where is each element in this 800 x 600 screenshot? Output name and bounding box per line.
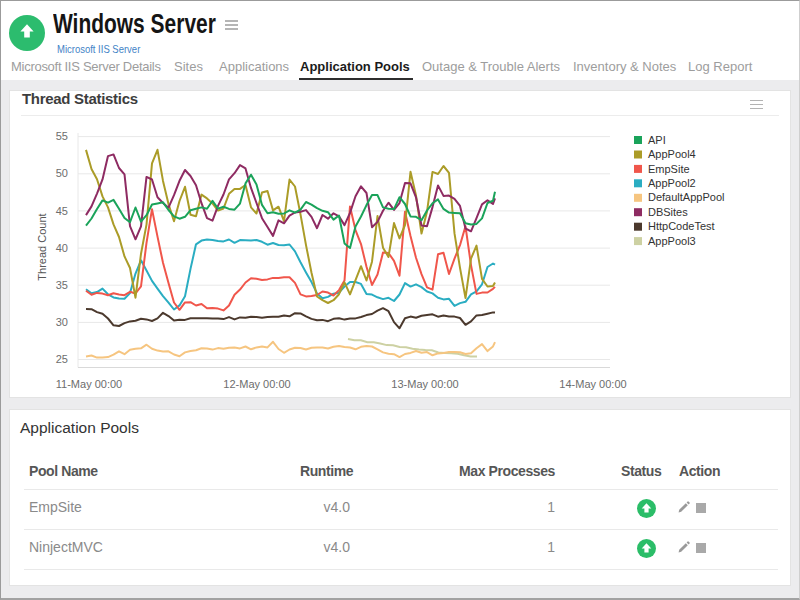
svg-text:14-May 00:00: 14-May 00:00: [559, 378, 626, 390]
svg-text:25: 25: [56, 353, 68, 365]
svg-text:Thread Count: Thread Count: [36, 213, 48, 280]
svg-text:AppPool3: AppPool3: [648, 235, 696, 247]
svg-text:45: 45: [56, 205, 68, 217]
svg-text:12-May 00:00: 12-May 00:00: [223, 378, 290, 390]
svg-text:35: 35: [56, 279, 68, 291]
svg-text:DBSites: DBSites: [648, 206, 688, 218]
svg-text:AppPool4: AppPool4: [648, 148, 696, 160]
svg-text:13-May 00:00: 13-May 00:00: [391, 378, 458, 390]
svg-text:AppPool2: AppPool2: [648, 177, 696, 189]
svg-text:30: 30: [56, 316, 68, 328]
svg-text:HttpCodeTest: HttpCodeTest: [648, 220, 715, 232]
svg-text:50: 50: [56, 167, 68, 179]
svg-text:11-May 00:00: 11-May 00:00: [56, 378, 122, 390]
svg-text:EmpSite: EmpSite: [648, 163, 690, 175]
svg-text:DefaultAppPool: DefaultAppPool: [648, 191, 724, 203]
svg-text:55: 55: [56, 130, 68, 142]
svg-text:API: API: [648, 134, 666, 146]
svg-text:40: 40: [56, 242, 68, 254]
